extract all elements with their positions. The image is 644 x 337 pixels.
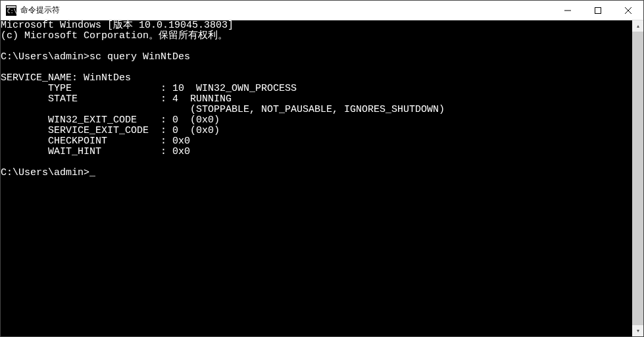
- scroll-down-arrow-icon[interactable]: ▾: [632, 325, 643, 336]
- close-button[interactable]: [613, 1, 643, 20]
- output-line: WAIT_HINT : 0x0: [1, 146, 190, 157]
- console-output[interactable]: Microsoft Windows [版本 10.0.19045.3803] (…: [1, 20, 632, 336]
- output-line: TYPE : 10 WIN32_OWN_PROCESS: [1, 83, 297, 94]
- output-line: SERVICE_NAME: WinNtDes: [1, 72, 131, 84]
- minimize-button[interactable]: [553, 1, 583, 20]
- output-line: SERVICE_EXIT_CODE : 0 (0x0): [1, 125, 220, 136]
- scroll-up-arrow-icon[interactable]: ▴: [632, 20, 643, 32]
- output-line: WIN32_EXIT_CODE : 0 (0x0): [1, 115, 220, 126]
- maximize-button[interactable]: [583, 1, 613, 20]
- svg-rect-4: [595, 7, 601, 13]
- vertical-scrollbar[interactable]: ▴ ▾: [632, 20, 643, 336]
- prompt: C:\Users\admin>: [1, 51, 89, 63]
- output-line: CHECKPOINT : 0x0: [1, 136, 190, 147]
- output-line: (STOPPABLE, NOT_PAUSABLE, IGNORES_SHUTDO…: [1, 104, 445, 115]
- svg-rect-1: [7, 6, 16, 8]
- output-line: Microsoft Windows [版本 10.0.19045.3803]: [1, 20, 234, 31]
- output-line: (c) Microsoft Corporation。保留所有权利。: [1, 30, 228, 41]
- cmd-icon: C:\: [6, 5, 16, 16]
- svg-text:C:\: C:\: [7, 9, 16, 14]
- window-title: 命令提示符: [20, 5, 60, 16]
- scroll-thumb[interactable]: [632, 32, 643, 325]
- cursor: _: [89, 167, 95, 178]
- titlebar[interactable]: C:\ 命令提示符: [1, 1, 643, 20]
- output-line: STATE : 4 RUNNING: [1, 93, 232, 105]
- command-text: sc query WinNtDes: [89, 51, 190, 63]
- prompt: C:\Users\admin>: [1, 167, 89, 178]
- scroll-track[interactable]: [632, 32, 643, 325]
- console-wrap: Microsoft Windows [版本 10.0.19045.3803] (…: [1, 20, 643, 336]
